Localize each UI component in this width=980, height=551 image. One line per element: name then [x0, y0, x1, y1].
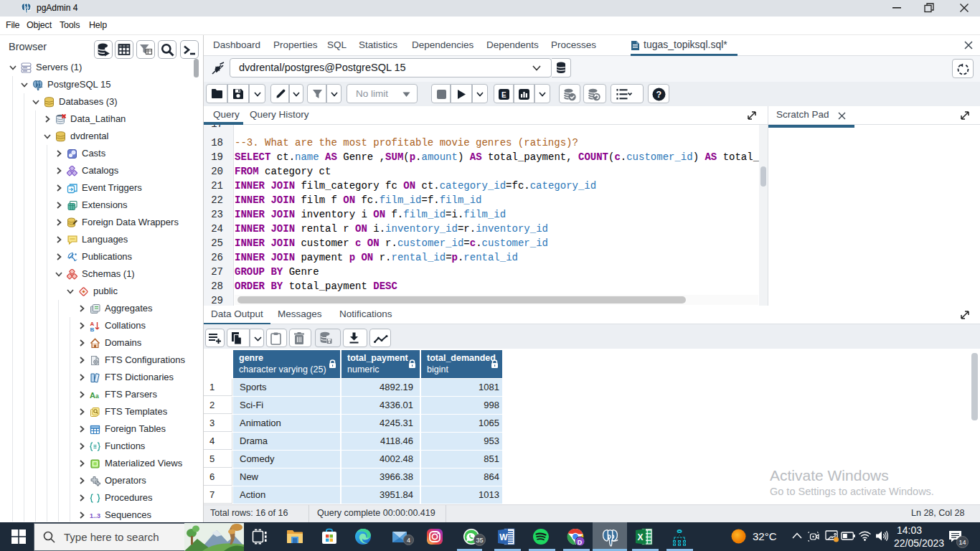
- svg-text:E: E: [501, 91, 507, 99]
- svg-text:D: D: [578, 539, 583, 546]
- svg-text:B: B: [90, 326, 95, 332]
- svg-text:1..3: 1..3: [90, 512, 100, 519]
- svg-text:A: A: [90, 391, 95, 400]
- svg-text:?: ?: [656, 90, 662, 100]
- svg-text:W: W: [499, 532, 508, 542]
- svg-text:a: a: [95, 392, 99, 400]
- svg-text:X: X: [638, 532, 644, 542]
